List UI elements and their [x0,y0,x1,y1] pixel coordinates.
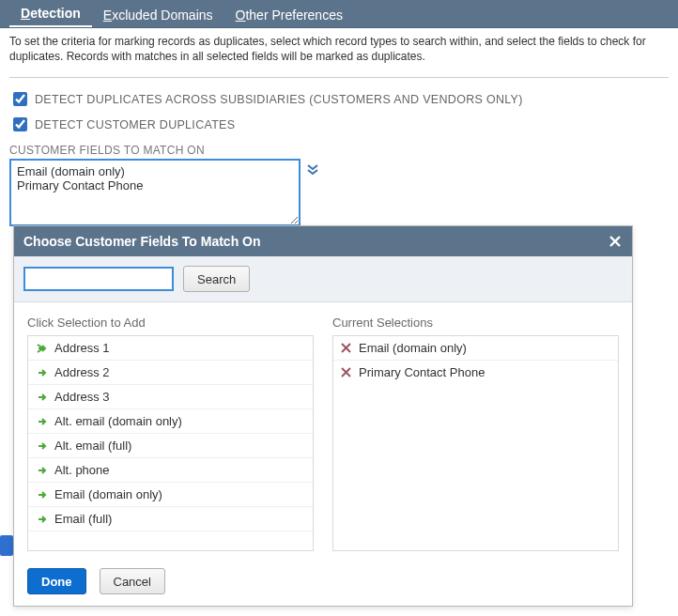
tab-other-preferences[interactable]: Other Preferences [224,2,354,27]
detect-customer-checkbox[interactable] [13,117,27,131]
tab-bar: Detection Excluded Domains Other Prefere… [0,0,678,28]
match-fields-textarea[interactable]: Email (domain only) Primary Contact Phon… [9,159,300,226]
divider [9,77,669,78]
detect-subsidiaries-checkbox[interactable] [13,92,27,106]
tab-detection[interactable]: Detection [9,0,92,27]
tab-excluded-domains[interactable]: Excluded Domains [92,2,224,27]
match-on-label: CUSTOMER FIELDS TO MATCH ON [0,138,678,159]
choose-fields-modal: Choose Customer Fields To Match On Searc… [13,225,633,226]
detect-customer-label: DETECT CUSTOMER DUPLICATES [35,118,235,131]
detect-subsidiaries-label: DETECT DUPLICATES ACROSS SUBSIDIARIES (C… [35,93,523,106]
description-text: To set the criteria for marking records … [0,28,678,66]
expand-chevrons-icon[interactable] [306,162,319,176]
